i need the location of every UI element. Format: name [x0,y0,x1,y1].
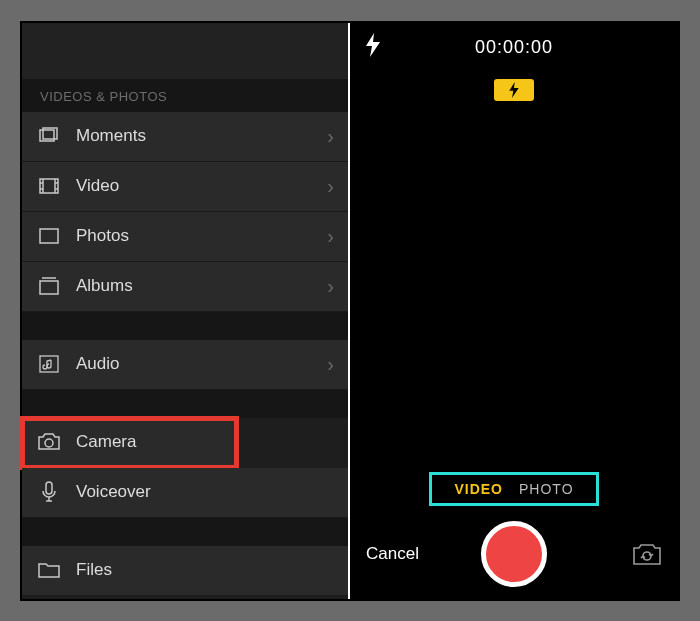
menu-item-moments[interactable]: Moments › [22,112,348,162]
chevron-right-icon: › [327,353,334,376]
flash-on-badge [494,79,534,101]
menu-header-blank [22,23,348,79]
menu-item-label: Moments [76,126,327,146]
chevron-right-icon: › [327,125,334,148]
menu-item-label: Camera [76,432,223,452]
menu-item-albums[interactable]: Albums › [22,262,348,312]
chevron-right-icon: › [327,275,334,298]
menu-item-label: Audio [76,354,327,374]
recording-timer: 00:00:00 [475,37,553,58]
dual-pane-screenshot: VIDEOS & PHOTOS Moments › Video › Photos… [20,21,680,601]
svg-rect-14 [46,482,52,494]
camera-viewfinder-panel: 00:00:00 VIDEO PHOTO Cancel [350,23,678,599]
menu-item-label: Photos [76,226,327,246]
menu-item-video[interactable]: Video › [22,162,348,212]
section-gap [22,390,348,418]
camera-mode-selector[interactable]: VIDEO PHOTO [434,477,594,501]
audio-icon [36,355,62,373]
menu-item-label: Voiceover [76,482,334,502]
menu-item-photos[interactable]: Photos › [22,212,348,262]
menu-item-voiceover[interactable]: Voiceover [22,468,348,518]
camera-top-bar: 00:00:00 [350,23,678,73]
flash-toggle-icon[interactable] [366,33,380,57]
svg-rect-10 [40,281,58,294]
camera-preview-area[interactable] [350,101,678,477]
section-header-videos-photos: VIDEOS & PHOTOS [22,79,348,112]
record-button[interactable] [481,521,547,587]
chevron-right-icon: › [327,225,334,248]
menu-item-files[interactable]: Files [22,546,348,596]
menu-item-label: Files [76,560,334,580]
svg-point-13 [45,439,53,447]
menu-item-camera[interactable]: Camera [22,418,237,468]
camera-icon [36,433,62,451]
microphone-icon [36,481,62,503]
menu-item-audio[interactable]: Audio › [22,340,348,390]
photos-icon [36,228,62,244]
moments-icon [36,127,62,145]
mode-photo[interactable]: PHOTO [519,481,574,497]
menu-item-label: Albums [76,276,327,296]
folder-icon [36,562,62,578]
switch-camera-icon[interactable] [632,542,662,566]
albums-icon [36,277,62,295]
section-gap [22,518,348,546]
svg-rect-9 [40,229,58,243]
menu-item-label: Video [76,176,327,196]
cancel-button[interactable]: Cancel [366,544,419,564]
section-gap [22,312,348,340]
chevron-right-icon: › [327,175,334,198]
media-source-menu: VIDEOS & PHOTOS Moments › Video › Photos… [22,23,350,599]
camera-bottom-bar: Cancel [350,509,678,599]
mode-video[interactable]: VIDEO [454,481,503,497]
video-icon [36,178,62,194]
